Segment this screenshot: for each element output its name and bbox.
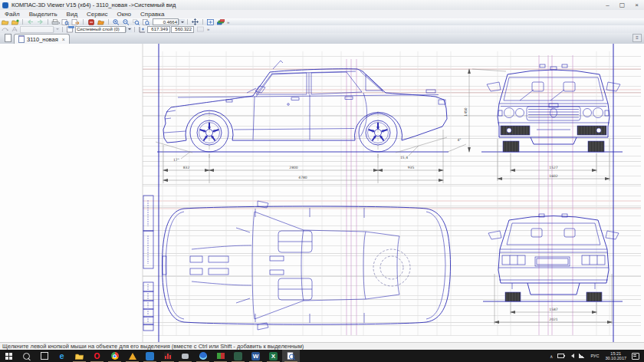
view-combo[interactable] <box>20 26 54 33</box>
menu-file[interactable]: Файл <box>0 10 25 18</box>
menu-service[interactable]: Сервис <box>82 10 112 18</box>
opera-icon: O <box>93 352 101 360</box>
dim-front-track: 1527 <box>549 166 558 169</box>
minimize-button[interactable]: – <box>600 0 615 10</box>
toolbar-overflow-icon[interactable]: » <box>227 20 229 25</box>
taskbar-file-explorer[interactable] <box>71 350 88 362</box>
tray-chevron-icon[interactable]: ∧ <box>550 354 553 359</box>
variables-icon[interactable] <box>11 26 19 32</box>
toolbar2-overflow-icon[interactable]: » <box>207 27 209 31</box>
print-icon[interactable] <box>51 19 60 25</box>
document-icon <box>18 35 25 43</box>
layers-icon[interactable] <box>216 19 225 25</box>
snap-coordinates-icon[interactable] <box>138 26 146 32</box>
drawing-canvas[interactable]: 17° 832 2800 15,4 935 4780 4° <box>0 44 644 342</box>
menu-select[interactable]: Выделить <box>25 10 62 18</box>
print-preview-icon[interactable] <box>61 19 70 25</box>
globe-icon <box>199 352 207 360</box>
refresh-view-icon[interactable] <box>206 19 215 25</box>
dim-ramp-angle: 4° <box>457 138 461 142</box>
start-button[interactable] <box>0 350 18 362</box>
zoom-in-icon[interactable] <box>112 19 120 25</box>
taskbar-photos-app[interactable] <box>141 350 159 362</box>
taskbar-word[interactable]: W <box>247 350 264 362</box>
cursor-y-field[interactable]: 560.322 <box>171 26 194 33</box>
close-button[interactable]: × <box>629 0 644 10</box>
taskbar-edge[interactable]: e <box>53 350 71 362</box>
tools-icon[interactable] <box>87 19 95 25</box>
maximize-button[interactable]: ▢ <box>615 0 629 10</box>
zoom-out-icon[interactable] <box>122 19 130 25</box>
zoom-page-icon[interactable] <box>142 19 150 25</box>
chat-bubble-icon <box>182 354 189 359</box>
app-icon <box>2 2 8 8</box>
zoom-level-combo[interactable]: 0.4664 <box>153 18 179 25</box>
dim-front-width: 1602 <box>549 174 558 178</box>
taskbar-clock[interactable]: 15:21 30.10.2017 <box>605 351 626 360</box>
cursor-y-value: 560.322 <box>175 27 192 31</box>
chrome-icon <box>111 352 119 360</box>
bar-chart-icon <box>164 352 172 360</box>
photos-icon <box>146 352 154 360</box>
pan-icon[interactable] <box>191 19 199 25</box>
front-view-dimensions[interactable]: 1450 1527 1602 <box>464 69 610 181</box>
back-icon[interactable] <box>26 19 34 25</box>
taskbar-folder-dark-app[interactable] <box>229 350 247 362</box>
dim-approach-angle: 17° <box>173 158 179 162</box>
taskbar-globe-app[interactable] <box>194 350 212 362</box>
taskbar-chrome[interactable] <box>106 350 123 362</box>
dim-rear-track: 1587 <box>549 308 558 311</box>
spare-wheel-hidden-circles <box>373 249 410 286</box>
taskbar-chat-app[interactable] <box>176 350 194 362</box>
layer-manager-icon[interactable] <box>66 26 74 32</box>
excel-icon: X <box>269 352 278 360</box>
battery-icon[interactable] <box>557 354 564 358</box>
top-view[interactable] <box>163 201 451 330</box>
network-icon[interactable] <box>579 354 585 358</box>
zoom-level-dropdown-icon[interactable] <box>179 19 185 25</box>
open-file-icon[interactable] <box>1 19 9 25</box>
document-tab-bar: 3110_новая × ≡ <box>0 33 644 44</box>
taskbar-warning-app[interactable] <box>123 350 141 362</box>
zoom-area-icon[interactable] <box>132 19 140 25</box>
side-view-dimensions[interactable]: 17° 832 2800 15,4 935 4780 4° <box>156 130 466 183</box>
taskbar-chart-app[interactable] <box>159 350 176 362</box>
volume-icon[interactable] <box>569 354 574 358</box>
tab-3110-novaya[interactable]: 3110_новая × <box>14 34 70 44</box>
warning-triangle-icon <box>129 353 136 360</box>
catalog-icon[interactable] <box>97 19 105 25</box>
dim-total-length: 4780 <box>298 176 307 179</box>
file-explorer-icon <box>75 353 84 360</box>
dark-folder-icon <box>234 352 242 360</box>
language-indicator[interactable]: РУС <box>590 354 599 358</box>
taskbar-opera[interactable]: O <box>88 350 106 362</box>
rear-view[interactable] <box>483 214 623 301</box>
word-icon: W <box>251 352 260 360</box>
menu-help[interactable]: Справка <box>136 10 169 18</box>
tab-close-icon[interactable]: × <box>62 37 65 42</box>
current-layer-combo[interactable]: Системный слой (0) <box>75 26 126 33</box>
gost-frame-boxes <box>143 196 153 331</box>
taskbar-kompas-viewer[interactable] <box>282 350 300 362</box>
search-button[interactable] <box>18 350 35 362</box>
layer-combo-dropdown-icon[interactable] <box>126 27 132 32</box>
menu-view[interactable]: Вид <box>62 10 82 18</box>
forward-icon[interactable] <box>36 19 44 25</box>
task-view-button[interactable] <box>35 350 53 362</box>
menu-window[interactable]: Окно <box>112 10 136 18</box>
send-document-icon[interactable] <box>71 19 80 25</box>
system-tray: ∧ РУС 15:21 30.10.2017 <box>547 350 644 362</box>
taskbar-flag-app[interactable] <box>212 350 229 362</box>
macro-icon[interactable] <box>1 26 9 32</box>
taskbar-excel[interactable]: X <box>264 350 282 362</box>
title-bar: КОМПАС-3D Viewer V15 (x64) - 3110_новая … <box>0 0 644 11</box>
view-combo-dropdown-icon[interactable] <box>54 27 60 32</box>
edge-icon: e <box>58 352 66 360</box>
action-center-icon[interactable] <box>632 353 639 360</box>
open-recent-icon[interactable] <box>11 19 19 25</box>
cursor-x-field[interactable]: 617.349 <box>147 26 170 33</box>
tab-list-button[interactable]: ≡ <box>632 34 642 42</box>
tab-label: 3110_новая <box>27 36 58 43</box>
pink-construction-lines <box>143 69 641 209</box>
update-icon[interactable] <box>196 26 205 32</box>
